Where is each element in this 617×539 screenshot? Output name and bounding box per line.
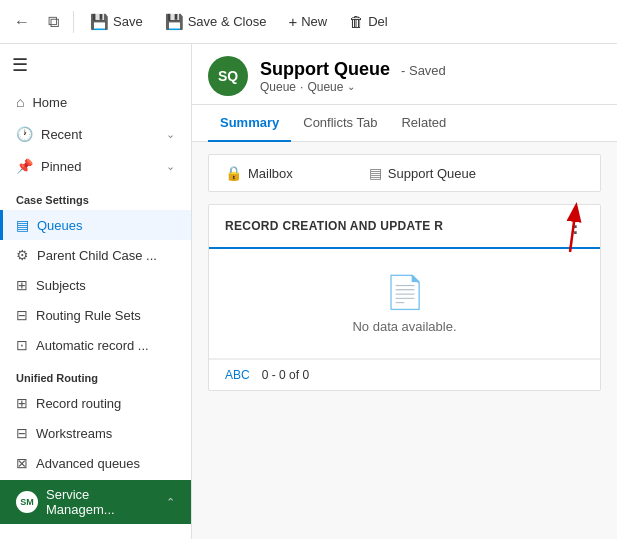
mailbox-card: 🔒 Mailbox ▤ Support Queue [208,154,601,192]
delete-icon: 🗑 [349,13,364,30]
recent-icon: 🕐 [16,126,33,142]
sidebar-item-routing-rule-sets[interactable]: ⊟ Routing Rule Sets [0,300,191,330]
record-creation-title: RECORD CREATION AND UPDATE R [225,219,443,233]
sidebar-item-advanced-queues[interactable]: ⊠ Advanced queues [0,448,191,478]
sidebar-item-parent-child-case[interactable]: ⚙ Parent Child Case ... [0,240,191,270]
support-queue-icon: ▤ [369,165,382,181]
save-close-button[interactable]: 💾 Save & Close [157,9,275,35]
pin-icon: 📌 [16,158,33,174]
workstreams-icon: ⊟ [16,425,28,441]
card-menu-button[interactable]: ⋮ [566,215,584,237]
divider [73,11,74,33]
support-queue-item: ▤ Support Queue [369,165,476,181]
sidebar-item-pinned[interactable]: 📌 Pinned ⌄ [0,150,191,182]
queues-icon: ▤ [16,217,29,233]
service-manager-chevron: ⌃ [166,496,175,509]
subtitle-chevron: ⌄ [347,81,355,92]
main-layout: ☰ ⌂ Home 🕐 Recent ⌄ 📌 Pinned ⌄ Case Sett… [0,44,617,539]
sidebar-item-service-manager[interactable]: SM Service Managem... ⌃ [0,480,191,524]
home-icon: ⌂ [16,94,24,110]
sidebar-item-subjects[interactable]: ⊞ Subjects [0,270,191,300]
tab-summary[interactable]: Summary [208,105,291,142]
pinned-chevron: ⌄ [166,160,175,173]
no-data-icon: 📄 [385,273,425,311]
card-footer: ABC 0 - 0 of 0 [209,359,600,390]
hamburger-button[interactable]: ☰ [0,44,191,86]
parent-child-icon: ⚙ [16,247,29,263]
top-bar: ← ⧉ 💾 Save 💾 Save & Close + New 🗑 Del [0,0,617,44]
routing-rule-sets-icon: ⊟ [16,307,28,323]
sidebar-item-home[interactable]: ⌂ Home [0,86,191,118]
footer-link[interactable]: ABC [225,368,250,382]
lock-icon: 🔒 [225,165,242,181]
case-settings-heading: Case Settings [0,182,191,210]
recent-chevron: ⌄ [166,128,175,141]
content-area: SQ Support Queue - Saved Queue · Queue ⌄… [192,44,617,539]
tab-content: 🔒 Mailbox ▤ Support Queue RECORD CREATIO… [192,142,617,539]
automatic-record-icon: ⊡ [16,337,28,353]
record-title: Support Queue - Saved [260,59,446,80]
record-subtitle: Queue · Queue ⌄ [260,80,446,94]
record-title-area: Support Queue - Saved Queue · Queue ⌄ [260,59,446,94]
service-manager-avatar: SM [16,491,38,513]
new-icon: + [288,13,297,30]
record-creation-header: RECORD CREATION AND UPDATE R ⋮ [209,205,600,249]
delete-button[interactable]: 🗑 Del [341,9,396,34]
sidebar-item-recent[interactable]: 🕐 Recent ⌄ [0,118,191,150]
saved-badge: - Saved [401,63,446,78]
tabs-bar: Summary Conflicts Tab Related [192,105,617,142]
sidebar: ☰ ⌂ Home 🕐 Recent ⌄ 📌 Pinned ⌄ Case Sett… [0,44,192,539]
advanced-queues-icon: ⊠ [16,455,28,471]
new-button[interactable]: + New [280,9,335,34]
sidebar-item-record-routing[interactable]: ⊞ Record routing [0,388,191,418]
record-avatar: SQ [208,56,248,96]
save-close-icon: 💾 [165,13,184,31]
mailbox-item: 🔒 Mailbox [225,165,293,181]
sidebar-item-queues[interactable]: ▤ Queues [0,210,191,240]
unified-routing-heading: Unified Routing [0,360,191,388]
record-creation-card: RECORD CREATION AND UPDATE R ⋮ 📄 No data… [208,204,601,391]
footer-count: 0 - 0 of 0 [262,368,309,382]
subjects-icon: ⊞ [16,277,28,293]
save-button[interactable]: 💾 Save [82,9,151,35]
save-icon: 💾 [90,13,109,31]
mailbox-card-row: 🔒 Mailbox ▤ Support Queue [209,155,600,191]
tab-related[interactable]: Related [389,105,458,142]
sidebar-item-workstreams[interactable]: ⊟ Workstreams [0,418,191,448]
restore-button[interactable]: ⧉ [42,9,65,35]
no-data-text: No data available. [352,319,456,334]
sidebar-item-automatic-record[interactable]: ⊡ Automatic record ... [0,330,191,360]
back-button[interactable]: ← [8,9,36,35]
tab-conflicts[interactable]: Conflicts Tab [291,105,389,142]
record-routing-icon: ⊞ [16,395,28,411]
record-header: SQ Support Queue - Saved Queue · Queue ⌄ [192,44,617,105]
record-creation-body: 📄 No data available. [209,249,600,358]
